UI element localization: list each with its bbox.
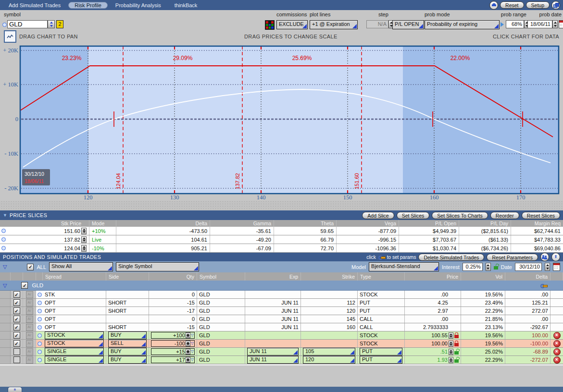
- row-checkbox[interactable]: [13, 340, 20, 347]
- analyze-icon[interactable]: [26, 340, 33, 347]
- analyze-icon[interactable]: [26, 299, 33, 306]
- analyze-icon[interactable]: [26, 324, 33, 331]
- slice-mode[interactable]: -10%: [89, 244, 116, 252]
- pairing-button[interactable]: [540, 253, 549, 261]
- date-calendar-icon[interactable]: [553, 263, 560, 271]
- collapse-all-button[interactable]: [551, 253, 560, 261]
- exp-dropdown[interactable]: JUN 11: [247, 356, 299, 364]
- tab-thinkback[interactable]: thinkBack: [169, 2, 203, 9]
- slice-price-stepper[interactable]: [81, 245, 87, 252]
- spread-dropdown[interactable]: SINGLE: [45, 356, 104, 364]
- reset-button[interactable]: Reset: [500, 1, 524, 9]
- col-delta[interactable]: Delta: [116, 220, 210, 227]
- qty-stepper-field[interactable]: +100: [151, 332, 195, 339]
- analyze-icon[interactable]: [26, 316, 33, 323]
- commissions-dropdown[interactable]: EXCLUDE: [276, 20, 308, 29]
- expand-arrow-icon[interactable]: [500, 22, 504, 27]
- spread-dropdown[interactable]: STOCK: [45, 331, 104, 339]
- stepper-icon[interactable]: [186, 357, 190, 363]
- slice-price[interactable]: 124.04: [64, 245, 80, 251]
- symbol-scope-dropdown[interactable]: Single Symbol: [116, 262, 199, 271]
- col-margin-req[interactable]: Margin Req: [511, 220, 563, 227]
- side-dropdown[interactable]: BUY: [108, 356, 147, 364]
- analyze-icon[interactable]: [26, 291, 33, 298]
- tab-add-simulated-trades[interactable]: Add Simulated Trades: [3, 2, 66, 9]
- col-side[interactable]: Side: [106, 272, 149, 281]
- col-pl-day[interactable]: P/L Day: [459, 220, 511, 227]
- row-checkbox[interactable]: [13, 356, 20, 363]
- col-vol[interactable]: Vol: [461, 272, 505, 281]
- group-params-icon[interactable]: [540, 283, 547, 287]
- row-checkbox[interactable]: [13, 291, 20, 298]
- reorder-button[interactable]: Reorder: [490, 212, 519, 219]
- chart-splitter-handle[interactable]: [0, 201, 563, 210]
- symbol-dropdown-button[interactable]: [48, 20, 55, 28]
- add-slice-button[interactable]: Add Slice: [362, 212, 394, 219]
- set-slices-to-charts-button[interactable]: Set Slices To Charts: [432, 212, 488, 219]
- row-checkbox[interactable]: [13, 348, 20, 355]
- col-spread[interactable]: Spread: [43, 272, 106, 281]
- delete-trade-button[interactable]: [553, 340, 561, 347]
- plot-lines-dropdown[interactable]: +1 @ Expiration: [310, 20, 358, 29]
- qty-stepper-field[interactable]: -100: [151, 340, 195, 347]
- model-dropdown[interactable]: Bjerksund-Stensland: [369, 262, 439, 271]
- col-pl-open[interactable]: P/L Open: [399, 220, 459, 227]
- chevron-down-icon[interactable]: [191, 350, 194, 354]
- analyze-icon[interactable]: [26, 332, 33, 339]
- print-button[interactable]: [489, 1, 498, 10]
- qty-stepper-field[interactable]: +15: [151, 348, 195, 355]
- chevron-down-icon[interactable]: [191, 358, 194, 362]
- price-stepper[interactable]: [449, 357, 453, 363]
- expand-triangle-icon[interactable]: [3, 264, 7, 270]
- col-type[interactable]: Type: [358, 272, 405, 281]
- row-checkbox[interactable]: [13, 324, 20, 331]
- side-dropdown[interactable]: SELL: [108, 340, 147, 347]
- date-field[interactable]: 30/12/10: [515, 263, 542, 271]
- row-checkbox[interactable]: [13, 307, 20, 314]
- slice-mode[interactable]: +10%: [89, 227, 116, 235]
- lock-icon[interactable]: [454, 351, 459, 355]
- side-dropdown[interactable]: BUY: [108, 331, 147, 339]
- price-stepper[interactable]: [449, 332, 453, 339]
- date-stepper[interactable]: [545, 263, 550, 271]
- linked-group-badge[interactable]: 2: [56, 20, 63, 28]
- chevron-down-icon[interactable]: [191, 342, 194, 345]
- slice-price-stepper[interactable]: [81, 236, 87, 243]
- slice-price[interactable]: 151.60: [64, 228, 80, 234]
- interest-stepper[interactable]: [486, 263, 491, 271]
- strike-dropdown[interactable]: 105: [303, 348, 355, 355]
- row-checkbox[interactable]: [13, 316, 20, 322]
- col-qty[interactable]: Qty: [149, 272, 197, 281]
- delete-trade-button[interactable]: [553, 348, 561, 355]
- show-all-dropdown[interactable]: Show All: [49, 262, 113, 271]
- expand-panel-button[interactable]: [8, 387, 22, 392]
- col-price[interactable]: Price: [405, 272, 461, 281]
- slice-price[interactable]: 137.82: [64, 237, 80, 243]
- spread-dropdown[interactable]: SINGLE: [45, 348, 104, 355]
- symbol-input[interactable]: [7, 20, 48, 28]
- col-stk-price[interactable]: Stk Price: [6, 220, 89, 227]
- cell-price[interactable]: .51: [440, 349, 448, 355]
- analyze-icon[interactable]: [26, 307, 33, 315]
- symbol-group-row[interactable]: GLD: [0, 281, 563, 291]
- interest-field[interactable]: 0.25%: [463, 263, 483, 271]
- row-checkbox[interactable]: [13, 332, 20, 339]
- col-symbol[interactable]: Symbol: [197, 272, 245, 281]
- price-stepper[interactable]: [449, 349, 453, 355]
- analyze-icon[interactable]: [26, 356, 33, 364]
- delete-trade-button[interactable]: [553, 332, 561, 339]
- type-dropdown[interactable]: PUT: [360, 356, 402, 364]
- chevron-down-icon[interactable]: [191, 333, 194, 337]
- price-stepper[interactable]: [449, 341, 453, 347]
- strike-dropdown[interactable]: 120: [303, 356, 355, 364]
- slice-mode[interactable]: Live: [89, 235, 116, 244]
- tab-risk-profile[interactable]: Risk Profile: [68, 2, 108, 9]
- group-checkbox[interactable]: [21, 282, 28, 289]
- all-checkbox[interactable]: [27, 264, 34, 270]
- col-exp[interactable]: Exp: [245, 272, 301, 281]
- collapse-section-icon[interactable]: [3, 213, 7, 218]
- lock-icon[interactable]: [454, 343, 459, 346]
- col-mode[interactable]: Mode: [89, 220, 116, 227]
- col-gamma[interactable]: Gamma: [210, 220, 274, 227]
- stepper-icon[interactable]: [186, 341, 190, 346]
